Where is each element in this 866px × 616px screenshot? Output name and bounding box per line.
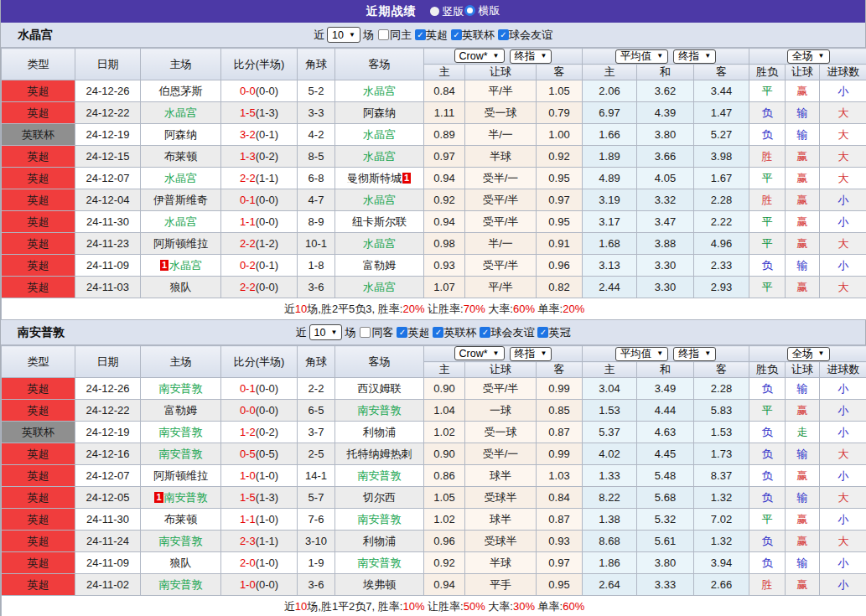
corners: 3-6 [298,277,335,298]
odds-handicap: 平/半 [465,80,537,102]
league-filter[interactable]: ✓英联杯 [451,28,495,43]
result-outcome: 负 [749,552,786,574]
half-time-score: (1-3) [256,106,278,119]
avg-time-select[interactable]: 终指▼ [673,347,716,361]
league-checkbox-checked-icon[interactable]: ✓ [433,327,443,338]
score: 1-2(0-2) [221,422,298,443]
league-filter[interactable]: ✓英联杯 [433,325,476,340]
league-badge: 英超 [2,574,75,596]
corners: 2-2 [298,378,335,400]
sub-column-header: 进球数 [820,362,866,378]
odds-home: 0.94 [424,168,465,189]
layout-radio-option[interactable]: 竖版 [430,4,464,19]
avg-draw: 4.45 [637,443,694,465]
radio-button-icon[interactable] [464,5,475,16]
avg-draw: 4.39 [637,102,694,124]
full-time-score: 2-2 [240,237,256,250]
odds-home: 0.92 [424,189,465,211]
league-checkbox-checked-icon[interactable]: ✓ [451,29,462,40]
team-label: 布莱顿 [164,150,197,163]
odds-away: 0.84 [537,487,583,509]
odds-handicap: 球半 [465,465,537,487]
odds-time-select[interactable]: 终指▼ [510,49,552,64]
team-label: 南安普敦 [358,513,402,525]
team-label: 阿森纳 [164,128,197,141]
sub-column-header: 和 [637,65,694,80]
away-team: 切尔西 [335,487,424,509]
odds-source-select[interactable]: Crow*▼ [454,49,505,63]
scope-select[interactable]: 全场▼ [787,347,830,361]
same-venue-checkbox-unchecked-icon[interactable] [378,29,389,40]
avg-away: 7.02 [694,509,749,531]
same-venue-filter[interactable]: 同客 [360,325,393,340]
radio-button-icon[interactable] [430,7,439,16]
away-team: 纽卡斯尔联 [335,211,424,233]
odds-away: 0.93 [537,531,583,552]
result-goals: 小 [820,574,866,596]
corners: 14-1 [298,465,335,487]
league-checkbox-checked-icon[interactable]: ✓ [397,327,407,338]
avg-home: 1.38 [583,509,637,531]
odds-handicap: 受球半 [465,487,537,509]
half-time-score: (0-0) [256,404,278,417]
league-filter-label: 英冠 [548,325,570,340]
match-row: 英超24-11-24南安普敦2-3(1-1)3-10利物浦0.96受球半0.93… [2,531,866,552]
avg-source-select[interactable]: 平均值▼ [615,347,668,361]
near-label: 近 [296,325,307,340]
games-label: 场 [363,28,374,43]
odds-home: 1.11 [424,102,465,124]
league-checkbox-checked-icon[interactable]: ✓ [537,327,548,338]
league-filter[interactable]: ✓球会友谊 [480,325,534,340]
home-team: 水晶宫 [141,211,221,233]
league-checkbox-checked-icon[interactable]: ✓ [415,29,426,40]
league-filter[interactable]: ✓英超 [415,28,448,43]
result-outcome: 负 [749,465,786,487]
full-time-score: 0-0 [240,85,256,97]
summary-stat-label: 让胜率: [424,303,463,315]
result-goals: 小 [820,552,866,574]
match-count-select[interactable]: 10▼ [309,324,343,340]
title-bar: 近期战绩 竖版横版 [1,0,865,23]
league-filter[interactable]: ✓英冠 [537,325,570,340]
league-badge: 英超 [2,80,75,102]
odds-home: 0.93 [424,255,465,277]
summary-stat-label: 单率: [535,303,563,315]
layout-radio-selected[interactable]: 横版 [464,3,500,18]
league-filter[interactable]: ✓英超 [397,325,429,340]
odds-time-select[interactable]: 终指▼ [510,347,552,361]
match-row: 英超24-12-22富勒姆0-0(0-0)6-5南安普敦1.04一球0.851.… [2,400,866,422]
avg-time-select[interactable]: 终指▼ [673,49,716,64]
avg-draw: 4.44 [637,400,694,422]
result-outcome: 负 [749,124,786,146]
odds-handicap: 受平/半 [465,255,537,277]
scope-select[interactable]: 全场▼ [787,49,830,64]
match-count-select[interactable]: 10▼ [327,27,360,43]
away-team: 水晶宫 [335,80,424,102]
score: 0-1(0-0) [221,189,298,211]
sub-column-header: 客 [537,362,583,378]
league-filter-label: 英超 [407,325,429,340]
league-filter[interactable]: ✓球会友谊 [498,28,552,43]
avg-home: 1.68 [583,233,637,255]
avg-home: 1.89 [583,146,637,168]
odds-handicap: 球半 [465,509,537,531]
match-row: 英超24-12-15布莱顿1-3(0-2)8-5水晶宫0.97半球0.921.8… [2,146,866,168]
half-time-score: (0-0) [256,382,278,395]
result-outcome: 负 [749,255,786,277]
team-label: 阿森纳 [363,106,396,119]
full-time-score: 1-0 [240,578,256,591]
result-outcome: 负 [749,422,786,443]
odds-away: 0.99 [537,443,583,465]
league-checkbox-checked-icon[interactable]: ✓ [498,29,509,40]
odds-away: 0.95 [537,574,583,596]
odds-source-select[interactable]: Crow*▼ [454,346,505,360]
team-label: 水晶宫 [363,150,396,163]
same-venue-checkbox-unchecked-icon[interactable] [360,327,371,338]
same-venue-filter[interactable]: 同主 [378,28,412,43]
avg-source-select[interactable]: 平均值▼ [615,49,668,64]
league-checkbox-checked-icon[interactable]: ✓ [480,327,490,338]
home-team: 1南安普敦 [141,487,221,509]
match-row: 英超24-11-02南安普敦1-0(0-0)3-6埃弗顿0.94平手0.952.… [2,574,866,596]
score: 0-5(0-5) [221,443,298,465]
odds-home: 0.94 [424,574,465,596]
